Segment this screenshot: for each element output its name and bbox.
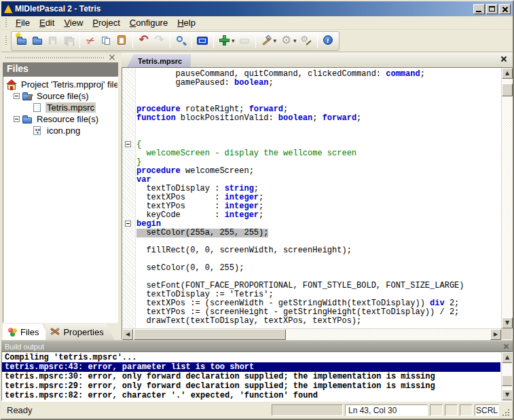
info-icon xyxy=(323,35,334,46)
paste-icon xyxy=(116,35,128,46)
add-dropdown-arrow[interactable] xyxy=(232,37,235,44)
build-icon xyxy=(261,35,272,46)
build-line[interactable]: tetris.mpsrc:29: error, only forward dec… xyxy=(2,381,500,391)
status-box-3 xyxy=(460,404,473,416)
tree-collapse-toggle[interactable] xyxy=(14,116,20,122)
build-output-close-icon[interactable] xyxy=(503,343,509,349)
toolbar-separator xyxy=(170,33,170,48)
copy-button[interactable] xyxy=(98,34,114,47)
scroll-right-button[interactable] xyxy=(490,329,501,340)
code-line: drawText(textToDisplay, textXPos, textYP… xyxy=(136,317,501,326)
about-button[interactable] xyxy=(320,34,336,47)
open-project-button[interactable] xyxy=(30,34,45,47)
fullscreen-button[interactable] xyxy=(195,34,210,47)
toolbar-separator xyxy=(191,33,192,48)
fullscreen-icon xyxy=(197,35,208,46)
build-line[interactable]: Compiling 'tetris.mpsrc'... xyxy=(2,353,500,362)
maximize-icon xyxy=(489,6,495,12)
save-button xyxy=(45,34,61,47)
toolbar-separator xyxy=(317,33,318,48)
vscroll-thumb[interactable] xyxy=(502,83,513,96)
panel-close-icon[interactable] xyxy=(109,54,115,61)
build-button[interactable] xyxy=(259,34,279,47)
build-line[interactable]: tetris.mpsrc:30: error, only forward dec… xyxy=(2,372,500,381)
fold-marker[interactable] xyxy=(125,221,131,227)
tree-item-source-file-s[interactable]: Source file(s) xyxy=(5,90,117,102)
search-button[interactable] xyxy=(173,34,189,47)
editor-vscrollbar[interactable] xyxy=(501,68,512,328)
menu-bar: FileEditViewProjectConfigureHelp xyxy=(1,16,513,30)
toolbar: ✂↶↷⚙⚙ xyxy=(1,30,513,52)
new-project-icon xyxy=(16,35,28,46)
scroll-up-button[interactable] xyxy=(502,68,513,79)
editor-close-icon[interactable] xyxy=(500,56,507,62)
resource-folder-icon xyxy=(22,114,33,125)
build-dropdown-arrow[interactable] xyxy=(274,37,277,44)
minimize-button[interactable] xyxy=(473,4,485,14)
cut-button[interactable]: ✂ xyxy=(83,34,98,47)
build-settings-button[interactable]: ⚙ xyxy=(278,34,299,47)
menu-item-help[interactable]: Help xyxy=(172,16,200,29)
panel-tab-files[interactable]: Files xyxy=(3,324,50,340)
progress-panel xyxy=(272,404,343,416)
menu-grip[interactable] xyxy=(5,18,8,28)
panel-drag-row xyxy=(3,52,118,62)
menu-item-file[interactable]: File xyxy=(11,16,35,29)
resize-grip[interactable] xyxy=(502,408,510,417)
menu-item-edit[interactable]: Edit xyxy=(35,16,59,29)
build-vscroll-thumb[interactable] xyxy=(502,375,513,386)
redo-button: ↷ xyxy=(151,34,167,47)
add-button[interactable] xyxy=(217,34,237,47)
scroll-right-icon xyxy=(494,332,498,337)
toolbar-separator xyxy=(132,33,133,48)
code-line xyxy=(136,132,501,140)
undo-icon: ↶ xyxy=(138,35,149,46)
menu-item-configure[interactable]: Configure xyxy=(125,16,172,29)
code-line: procedure welcomeScreen; xyxy=(136,167,501,176)
editor: Tetris.mpsrc pauseCommand, quitCommand, … xyxy=(122,52,513,340)
toolbar-grip[interactable] xyxy=(5,36,8,45)
code-viewport[interactable]: pauseCommand, quitCommand, clickedComman… xyxy=(122,68,501,328)
editor-hscrollbar[interactable] xyxy=(122,328,501,339)
build-output-panel: Build output Compiling 'tetris.mpsrc'...… xyxy=(1,340,513,401)
paste-button[interactable] xyxy=(114,34,130,47)
panel-drag-handle[interactable] xyxy=(5,56,105,59)
tree-item-resource-file-s[interactable]: Resource file(s) xyxy=(5,113,117,125)
build-scroll-down-button[interactable] xyxy=(502,389,513,400)
scroll-left-button[interactable] xyxy=(122,329,133,340)
scroll-down-button[interactable] xyxy=(502,318,513,328)
build-line[interactable]: tetris.mpsrc:82: error, character '.' ex… xyxy=(2,391,500,400)
menu-item-view[interactable]: View xyxy=(59,16,88,29)
files-panel: Files Project 'Tetris.mpproj' file(s)Sou… xyxy=(1,52,119,340)
code-editor[interactable]: pauseCommand, quitCommand, clickedComman… xyxy=(122,67,513,340)
properties-tab-icon xyxy=(50,326,61,337)
tree-item-tetris-mpsrc[interactable]: Tetris.mpsrc xyxy=(5,102,117,113)
main-area: Files Project 'Tetris.mpproj' file(s)Sou… xyxy=(1,52,513,340)
source-file-icon xyxy=(32,102,43,113)
build-line-selected[interactable]: tetris.mpsrc:43: error, parameter list i… xyxy=(2,362,500,372)
maximize-button[interactable] xyxy=(486,4,498,14)
undo-button[interactable]: ↶ xyxy=(136,34,151,47)
new-project-button[interactable] xyxy=(14,34,30,47)
panel-tab-properties[interactable]: Properties xyxy=(45,324,114,340)
build-scroll-down-icon xyxy=(505,392,509,398)
editor-tab-tetris[interactable]: Tetris.mpsrc xyxy=(127,54,190,67)
build-vscrollbar[interactable] xyxy=(501,352,512,400)
build-scroll-up-button[interactable] xyxy=(502,352,513,363)
copy-icon xyxy=(100,35,112,46)
files-tab-icon xyxy=(7,326,18,337)
build-settings-dropdown-arrow[interactable] xyxy=(293,37,297,44)
code-line: function blockPositionValid: boolean; fo… xyxy=(136,114,501,123)
build-output-title: Build output xyxy=(5,343,44,351)
hscroll-thumb[interactable] xyxy=(134,329,286,340)
tree-collapse-toggle[interactable] xyxy=(14,93,20,99)
status-bar: Ready Ln 43, Col 30 SCRL xyxy=(1,401,513,419)
rebuild-button[interactable]: ⚙ xyxy=(299,34,314,47)
tree-item-project-tetris-mpproj-file-s[interactable]: Project 'Tetris.mpproj' file(s) xyxy=(5,79,117,90)
add-icon xyxy=(219,35,230,46)
open-project-icon xyxy=(32,35,43,46)
tree-item-icon-png[interactable]: icon.png xyxy=(5,125,117,136)
close-button[interactable] xyxy=(499,4,511,14)
fold-marker[interactable] xyxy=(125,141,131,147)
menu-item-project[interactable]: Project xyxy=(88,16,124,29)
